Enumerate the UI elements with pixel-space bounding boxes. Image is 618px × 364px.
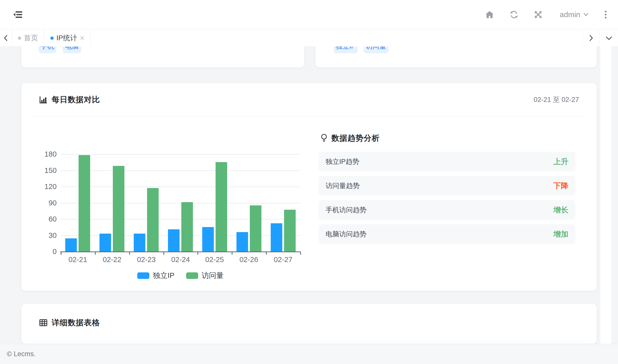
tab-ip-stats[interactable]: IP统计	[44, 29, 91, 47]
y-axis-label-90: 90	[29, 199, 57, 207]
gridline-90	[61, 203, 300, 203]
trend-panel-title: 数据趋势分析	[321, 133, 380, 143]
tab-dot	[50, 37, 54, 40]
bar-访问量-02-27	[284, 210, 296, 251]
home-icon	[485, 10, 494, 19]
mobile-filter-button[interactable]: 手机	[39, 47, 56, 53]
bar-访问量-02-25	[216, 162, 227, 251]
tab-home[interactable]: 首页	[12, 29, 44, 47]
home-button[interactable]	[485, 10, 494, 19]
kebab-icon	[604, 10, 607, 19]
x-axis-label-02-21: 02-21	[61, 256, 95, 264]
date-range: 02-21 至 02-27	[534, 95, 579, 104]
bar-访问量-02-21	[79, 155, 90, 251]
trend-label: 电脑访问趋势	[326, 230, 366, 239]
bar-chart-icon	[39, 95, 48, 104]
x-axis-tick	[129, 252, 130, 255]
app-root: admin 首页	[0, 0, 618, 364]
x-axis-label-02-22: 02-22	[95, 256, 129, 264]
tab-bar: 首页 IP统计	[0, 29, 618, 47]
card-title: 详细数据表格	[52, 317, 100, 328]
y-axis-label-30: 30	[29, 231, 57, 239]
chevron-left-icon	[4, 34, 8, 42]
bar-访问量-02-22	[113, 166, 124, 251]
trend-label: 独立IP趋势	[326, 157, 359, 166]
tab-scroll-left-button[interactable]	[0, 29, 12, 47]
x-axis-label-02-23: 02-23	[129, 256, 163, 264]
bar-独立IP-02-25	[202, 227, 214, 251]
more-menu-button[interactable]	[604, 10, 607, 19]
trend-title-text: 数据趋势分析	[331, 133, 380, 143]
x-axis-label-02-26: 02-26	[232, 256, 266, 264]
legend-swatch	[137, 272, 149, 279]
y-axis-label-120: 120	[29, 183, 57, 191]
legend-swatch	[186, 272, 198, 279]
tab-menu-button[interactable]	[599, 29, 618, 47]
card-title: 每日数据对比	[52, 94, 100, 105]
x-axis-tick	[61, 252, 61, 255]
tab-dot	[18, 37, 21, 40]
tab-label: IP统计	[56, 33, 77, 43]
x-axis-line	[60, 251, 301, 252]
y-axis-label-0: 0	[29, 247, 57, 256]
gridline-120	[61, 187, 300, 187]
bar-独立IP-02-27	[271, 223, 282, 251]
visits-filter-button[interactable]: 访问量	[364, 47, 389, 53]
device-stats-card: 手机 电脑	[21, 47, 304, 67]
tab-spacer	[91, 29, 582, 47]
x-axis-tick	[163, 252, 164, 255]
x-axis-label-02-24: 02-24	[163, 256, 198, 264]
trend-value: 增加	[553, 229, 568, 239]
pc-filter-button[interactable]: 电脑	[62, 47, 81, 53]
daily-comparison-card: 每日数据对比 02-21 至 02-27 030609012015018002-…	[21, 83, 597, 291]
bar-访问量-02-23	[147, 188, 159, 251]
legend-item-访问量[interactable]: 访问量	[186, 271, 224, 281]
user-dropdown[interactable]: admin	[560, 10, 589, 19]
sidebar-collapse-button[interactable]	[13, 11, 23, 19]
bar-访问量-02-26	[250, 205, 261, 251]
gridline-180	[61, 154, 300, 155]
bar-独立IP-02-26	[236, 232, 248, 251]
chevron-down-icon	[583, 13, 589, 17]
trend-row-visits: 访问量趋势 下降	[319, 176, 575, 196]
bar-独立IP-02-22	[99, 234, 111, 251]
top-header: admin	[0, 0, 618, 29]
y-axis-label-60: 60	[29, 215, 57, 223]
tab-scroll-right-button[interactable]	[582, 29, 599, 47]
table-icon	[39, 319, 48, 326]
trend-value: 增长	[553, 205, 568, 215]
y-axis-label-180: 180	[29, 150, 57, 158]
menu-fold-icon	[13, 11, 23, 19]
x-axis-tick	[95, 252, 96, 255]
trend-value: 下降	[553, 181, 568, 191]
bar-独立IP-02-21	[65, 238, 77, 251]
x-axis-tick	[197, 252, 198, 255]
chevron-down-icon	[605, 36, 612, 40]
trend-row-mobile: 手机访问趋势 增长	[319, 200, 575, 220]
metric-stats-card: 独立IP 访问量	[316, 47, 597, 67]
lightbulb-icon	[321, 134, 327, 143]
x-axis-label-02-25: 02-25	[197, 256, 232, 264]
top-cards-row: 手机 电脑 独立IP 访问量	[21, 47, 597, 67]
fullscreen-icon	[534, 10, 542, 19]
x-axis-tick	[266, 252, 267, 255]
tab-label: 首页	[24, 33, 38, 43]
main-content: 手机 电脑 独立IP 访问量 每日数据对比 02-2	[0, 47, 618, 344]
legend-item-独立IP[interactable]: 独立IP	[137, 271, 174, 281]
refresh-icon	[510, 11, 518, 19]
bar-独立IP-02-23	[134, 234, 145, 251]
trend-value: 上升	[553, 157, 568, 167]
daily-card-header: 每日数据对比 02-21 至 02-27	[30, 83, 588, 117]
trend-label: 访问量趋势	[326, 181, 360, 190]
bar-访问量-02-24	[181, 202, 193, 251]
chart-legend: 独立IP访问量	[61, 271, 300, 281]
fullscreen-button[interactable]	[534, 10, 542, 19]
refresh-button[interactable]	[510, 11, 518, 19]
table-card-header: 详细数据表格	[30, 304, 588, 342]
gridline-60	[61, 219, 300, 220]
x-axis-label-02-27: 02-27	[266, 256, 300, 264]
close-icon[interactable]	[80, 36, 84, 40]
unique-ip-filter-button[interactable]: 独立IP	[334, 47, 358, 53]
gridline-30	[61, 235, 300, 236]
username: admin	[560, 10, 580, 19]
